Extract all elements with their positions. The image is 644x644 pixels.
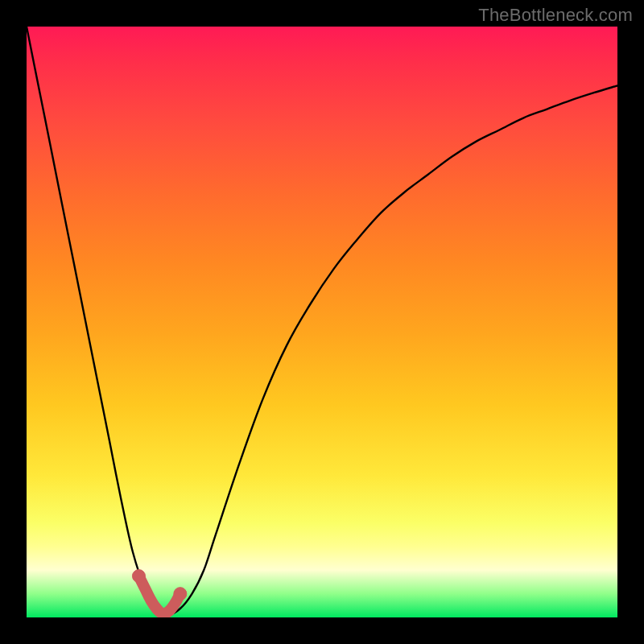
- plot-area: [27, 27, 617, 617]
- curve-svg: [27, 27, 617, 617]
- marker-dot-left: [132, 570, 145, 583]
- bottleneck-curve: [27, 27, 617, 614]
- watermark-text: TheBottleneck.com: [478, 5, 633, 26]
- marker-dot-right: [174, 588, 187, 601]
- chart-frame: TheBottleneck.com: [0, 0, 644, 644]
